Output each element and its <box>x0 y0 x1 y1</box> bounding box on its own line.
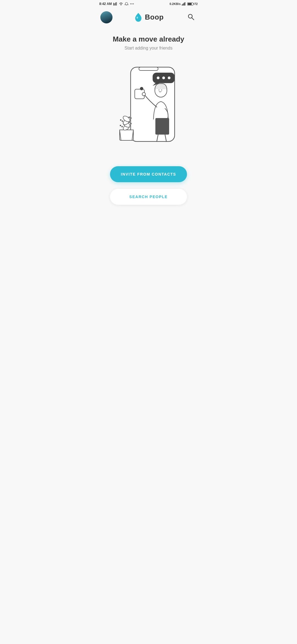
friends-illustration <box>110 59 187 152</box>
subheadline: Start adding your friends <box>125 46 172 51</box>
search-button[interactable] <box>185 11 197 23</box>
avatar[interactable] <box>100 11 112 23</box>
svg-point-41 <box>120 119 122 121</box>
svg-point-40 <box>122 121 123 122</box>
svg-marker-30 <box>120 130 133 140</box>
wifi-icon <box>119 2 123 6</box>
logo-drop-icon <box>134 12 143 22</box>
svg-point-25 <box>159 90 160 91</box>
svg-point-42 <box>130 118 132 119</box>
svg-point-18 <box>157 77 160 79</box>
svg-point-39 <box>129 122 130 123</box>
search-people-button[interactable]: SEARCH PEOPLE <box>110 189 187 205</box>
svg-rect-2 <box>115 2 116 6</box>
svg-rect-8 <box>182 4 183 6</box>
invite-from-contacts-button[interactable]: INVITE FROM CONTACTS <box>110 166 187 182</box>
svg-point-43 <box>129 117 130 118</box>
battery-icon <box>187 2 193 6</box>
svg-point-36 <box>122 126 123 127</box>
signal-icon <box>182 2 186 6</box>
notification-icon <box>124 2 129 6</box>
network-speed: 0.2KB/s <box>169 2 180 6</box>
svg-rect-16 <box>139 67 158 70</box>
status-bar: 8:42 AM 0.2KB/s <box>95 0 202 8</box>
svg-rect-9 <box>183 4 183 6</box>
svg-point-20 <box>168 77 170 79</box>
svg-point-7 <box>133 4 134 4</box>
svg-point-38 <box>130 123 132 124</box>
status-bar-right: 0.2KB/s 72 <box>169 2 198 6</box>
svg-point-23 <box>140 87 143 90</box>
main-content: Make a move already Start adding your fr… <box>95 27 202 232</box>
svg-rect-10 <box>184 3 185 6</box>
svg-point-12 <box>136 17 138 19</box>
more-icon <box>130 2 134 6</box>
svg-line-14 <box>192 18 194 20</box>
svg-point-5 <box>130 4 131 4</box>
app-name: Boop <box>145 13 164 21</box>
svg-point-6 <box>131 4 132 4</box>
svg-rect-3 <box>116 2 117 6</box>
sim-icon <box>113 2 118 6</box>
svg-rect-0 <box>113 3 114 6</box>
svg-rect-11 <box>185 2 185 6</box>
svg-point-19 <box>162 77 165 79</box>
search-icon <box>187 13 194 20</box>
svg-rect-1 <box>114 3 115 6</box>
svg-point-26 <box>161 90 162 91</box>
headline: Make a move already <box>113 35 184 43</box>
svg-point-37 <box>120 125 121 126</box>
svg-rect-28 <box>155 118 169 135</box>
avatar-image <box>100 11 112 23</box>
battery-percent: 72 <box>194 2 198 6</box>
svg-point-4 <box>120 5 121 6</box>
svg-point-27 <box>142 92 145 96</box>
status-bar-left: 8:42 AM <box>99 2 134 6</box>
status-time: 8:42 AM <box>99 2 112 6</box>
app-header: Boop <box>95 8 202 27</box>
illustration <box>110 59 187 152</box>
logo-area: Boop <box>134 12 164 22</box>
